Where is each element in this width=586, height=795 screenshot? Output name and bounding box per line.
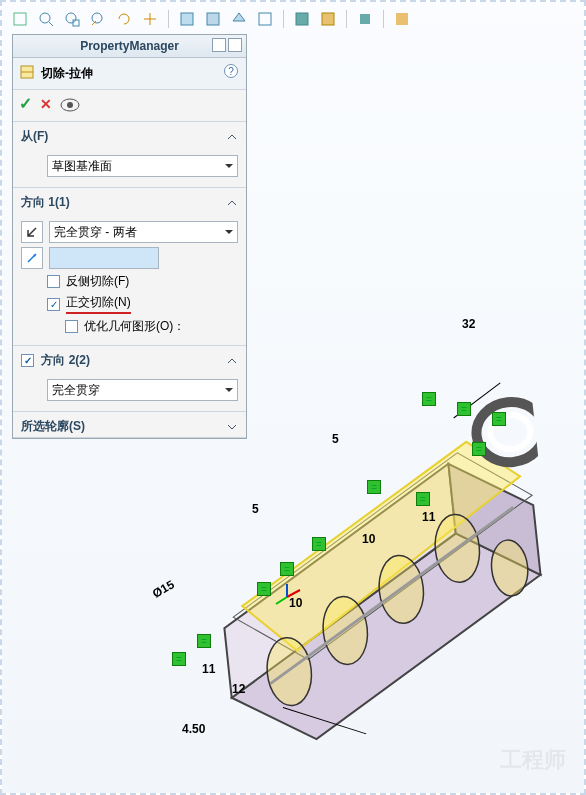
origin-triad xyxy=(272,582,302,615)
chevron-up-icon xyxy=(226,197,238,209)
relation-symbol xyxy=(172,652,186,666)
dir1-end-condition-select[interactable]: 完全贯穿 - 两者 xyxy=(49,221,238,243)
svg-rect-28 xyxy=(296,13,308,25)
svg-rect-22 xyxy=(73,20,79,26)
normal-cut-label: 正交切除(N) xyxy=(66,294,131,314)
dim-10a: 10 xyxy=(362,532,375,546)
cut-extrude-icon xyxy=(19,64,35,83)
zoom-area-icon[interactable] xyxy=(64,11,80,27)
shadow-icon[interactable] xyxy=(357,11,373,27)
dim-5a: 5 xyxy=(332,432,339,446)
dir2-end-condition-value: 完全贯穿 xyxy=(52,382,100,399)
section-dir1: 方向 1(1) 完全贯穿 - 两者 反侧切除(F) xyxy=(13,188,246,346)
cancel-button[interactable]: ✕ xyxy=(40,96,52,112)
relation-symbol xyxy=(492,412,506,426)
shaded-edges-icon[interactable] xyxy=(320,11,336,27)
scene-icon[interactable] xyxy=(394,11,410,27)
section-dir2: 方向 2(2) 完全贯穿 xyxy=(13,346,246,412)
section-from: 从(F) 草图基准面 xyxy=(13,122,246,188)
dim-11a: 11 xyxy=(422,510,435,524)
section-contours-header[interactable]: 所选轮廓(S) xyxy=(13,412,246,437)
from-select[interactable]: 草图基准面 xyxy=(47,155,238,177)
pan-icon[interactable] xyxy=(142,11,158,27)
ok-cancel-row: ✓ ✕ xyxy=(13,90,246,122)
chevron-up-icon xyxy=(226,355,238,367)
zoom-fit-icon[interactable] xyxy=(38,11,54,27)
display-style-icon[interactable] xyxy=(205,11,221,27)
flip-side-label: 反侧切除(F) xyxy=(66,273,129,290)
toolbar-separator xyxy=(383,10,384,28)
normal-cut-checkbox[interactable] xyxy=(47,298,60,311)
toolbar-separator xyxy=(346,10,347,28)
section-view-icon[interactable] xyxy=(179,11,195,27)
svg-rect-29 xyxy=(322,13,334,25)
direction-vector-input[interactable] xyxy=(49,247,159,269)
section-dir2-label: 方向 2(2) xyxy=(41,353,90,367)
section-from-header[interactable]: 从(F) xyxy=(13,122,246,147)
dropdown-arrow-icon xyxy=(225,388,233,396)
dir2-end-condition-select[interactable]: 完全贯穿 xyxy=(47,379,238,401)
heads-up-toolbar xyxy=(12,6,574,32)
reverse-direction-button[interactable] xyxy=(21,221,43,243)
svg-marker-26 xyxy=(233,13,245,21)
dim-5b: 5 xyxy=(252,502,259,516)
zoom-prev-icon[interactable] xyxy=(90,11,106,27)
chevron-up-icon xyxy=(226,131,238,143)
property-manager-panel: PropertyManager 切除-拉伸 ? ✓ ✕ 从(F) 草图基准面 xyxy=(12,34,247,439)
dropdown-arrow-icon xyxy=(225,230,233,238)
optimize-geometry-label: 优化几何图形(O)： xyxy=(84,318,185,335)
svg-rect-24 xyxy=(181,13,193,25)
relation-symbol xyxy=(367,480,381,494)
relation-symbol xyxy=(422,392,436,406)
relation-symbol xyxy=(472,442,486,456)
dim-11b: 11 xyxy=(202,662,215,676)
toolbar-separator xyxy=(168,10,169,28)
relation-symbol xyxy=(457,402,471,416)
perspective-icon[interactable] xyxy=(231,11,247,27)
ok-button[interactable]: ✓ xyxy=(19,94,32,113)
panel-title: PropertyManager xyxy=(80,39,179,53)
dir1-end-condition-value: 完全贯穿 - 两者 xyxy=(54,224,137,241)
toolbar-separator xyxy=(283,10,284,28)
svg-rect-18 xyxy=(14,13,26,25)
from-select-value: 草图基准面 xyxy=(52,158,112,175)
section-dir2-header[interactable]: 方向 2(2) xyxy=(13,346,246,371)
chevron-down-icon xyxy=(226,421,238,433)
direction-vector-button[interactable] xyxy=(21,247,43,269)
detailed-preview-icon[interactable] xyxy=(60,98,78,110)
section-from-label: 从(F) xyxy=(21,128,48,145)
dim-32: 32 xyxy=(462,317,475,331)
shaded-icon[interactable] xyxy=(294,11,310,27)
relation-symbol xyxy=(312,537,326,551)
section-dir1-header[interactable]: 方向 1(1) xyxy=(13,188,246,213)
section-contours: 所选轮廓(S) xyxy=(13,412,246,438)
dir2-enable-checkbox[interactable] xyxy=(21,354,34,367)
relation-symbol xyxy=(416,492,430,506)
view-orientation-icon[interactable] xyxy=(12,11,28,27)
svg-rect-31 xyxy=(396,13,408,25)
flyout-icon[interactable] xyxy=(228,38,242,52)
feature-name: 切除-拉伸 xyxy=(41,65,93,82)
flip-side-checkbox[interactable] xyxy=(47,275,60,288)
svg-line-20 xyxy=(49,22,53,26)
pushpin-icon[interactable] xyxy=(212,38,226,52)
relation-symbol xyxy=(197,634,211,648)
svg-point-35 xyxy=(67,102,73,108)
relation-symbol xyxy=(257,582,271,596)
rotate-icon[interactable] xyxy=(116,11,132,27)
section-contours-label: 所选轮廓(S) xyxy=(21,418,85,435)
dim-12: 12 xyxy=(232,682,245,696)
svg-point-23 xyxy=(92,13,102,23)
svg-rect-25 xyxy=(207,13,219,25)
svg-rect-27 xyxy=(259,13,271,25)
relation-symbol xyxy=(280,562,294,576)
svg-point-19 xyxy=(40,13,50,23)
svg-rect-30 xyxy=(360,14,370,24)
svg-line-15 xyxy=(287,590,300,597)
optimize-geometry-checkbox[interactable] xyxy=(65,320,78,333)
dropdown-arrow-icon xyxy=(225,164,233,172)
wireframe-icon[interactable] xyxy=(257,11,273,27)
feature-header: 切除-拉伸 ? xyxy=(13,58,246,90)
panel-title-bar: PropertyManager xyxy=(13,35,246,58)
help-icon[interactable]: ? xyxy=(224,64,238,78)
